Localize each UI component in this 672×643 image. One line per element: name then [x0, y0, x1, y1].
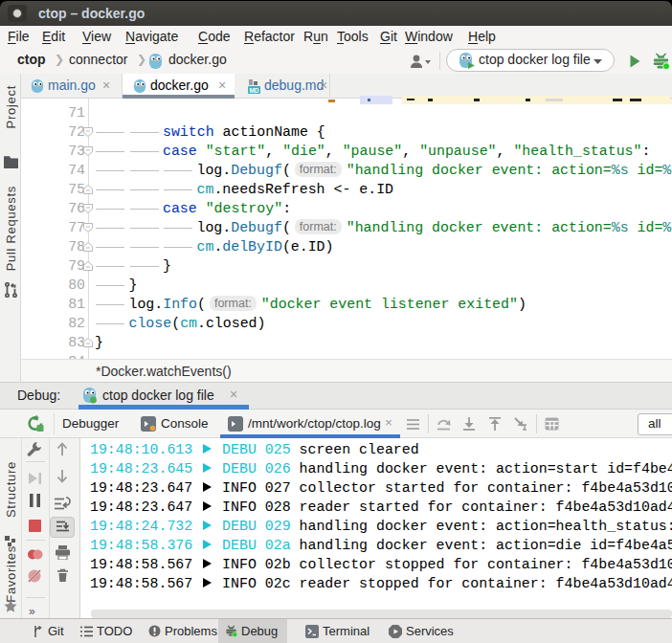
svg-text:MD: MD — [249, 87, 258, 94]
